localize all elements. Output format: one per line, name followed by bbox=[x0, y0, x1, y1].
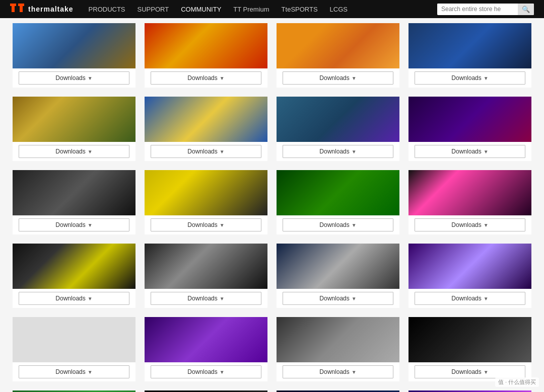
downloads-button[interactable]: Downloads ▼ bbox=[151, 145, 261, 158]
nav-link-support[interactable]: SUPPORT bbox=[138, 6, 169, 13]
wallpaper-card: Downloads ▼ bbox=[13, 317, 135, 381]
card-image bbox=[145, 97, 267, 142]
search-button[interactable]: 🔍 bbox=[518, 4, 534, 15]
downloads-button[interactable]: Downloads ▼ bbox=[283, 145, 393, 158]
dropdown-arrow: ▼ bbox=[88, 296, 93, 301]
wallpaper-card: Downloads ▼ bbox=[13, 97, 135, 161]
wallpaper-thumbnail bbox=[145, 244, 267, 289]
nav-links: PRODUCTS SUPPORT COMMUNITY TT Premium Tt… bbox=[89, 6, 437, 13]
nav-link-ttesports[interactable]: TteSPORTS bbox=[282, 6, 318, 13]
card-image bbox=[409, 97, 531, 142]
svg-rect-1 bbox=[12, 6, 15, 12]
wallpaper-card: Downloads ▼ bbox=[277, 97, 399, 161]
downloads-button[interactable]: Downloads ▼ bbox=[283, 71, 393, 85]
wallpaper-grid: Downloads ▼Downloads ▼Downloads ▼Downloa… bbox=[13, 23, 531, 392]
dropdown-arrow: ▼ bbox=[352, 222, 357, 228]
wallpaper-thumbnail bbox=[409, 244, 531, 289]
downloads-button[interactable]: Downloads ▼ bbox=[151, 71, 261, 85]
card-image bbox=[409, 23, 531, 68]
dropdown-arrow: ▼ bbox=[220, 222, 225, 228]
wallpaper-card: Downloads ▼ bbox=[277, 23, 399, 88]
wallpaper-thumbnail bbox=[277, 97, 399, 142]
wallpaper-card: Downloads ▼ bbox=[145, 23, 267, 88]
downloads-button[interactable]: Downloads ▼ bbox=[415, 145, 525, 158]
downloads-label: Downloads bbox=[55, 74, 85, 82]
dropdown-arrow: ▼ bbox=[484, 222, 489, 228]
downloads-label: Downloads bbox=[319, 368, 349, 375]
search-bar: 🔍 bbox=[437, 4, 534, 15]
card-image bbox=[145, 244, 267, 289]
downloads-label: Downloads bbox=[319, 221, 349, 228]
downloads-button[interactable]: Downloads ▼ bbox=[19, 365, 129, 378]
downloads-label: Downloads bbox=[319, 74, 349, 82]
wallpaper-thumbnail bbox=[277, 23, 399, 68]
wallpaper-thumbnail bbox=[13, 97, 135, 142]
wallpaper-card: Downloads ▼ bbox=[277, 317, 399, 381]
wallpaper-thumbnail bbox=[13, 244, 135, 289]
downloads-label: Downloads bbox=[187, 295, 217, 302]
downloads-label: Downloads bbox=[55, 148, 85, 155]
wallpaper-thumbnail bbox=[13, 317, 135, 362]
watermark: 值 · 什么值得买 bbox=[495, 377, 539, 387]
wallpaper-card: Downloads ▼ bbox=[409, 317, 531, 381]
card-image bbox=[13, 244, 135, 289]
downloads-button[interactable]: Downloads ▼ bbox=[19, 218, 129, 231]
dropdown-arrow: ▼ bbox=[352, 149, 357, 154]
dropdown-arrow: ▼ bbox=[220, 369, 225, 375]
tt-logo-icon bbox=[10, 4, 24, 15]
nav-link-community[interactable]: COMMUNITY bbox=[181, 6, 221, 13]
downloads-label: Downloads bbox=[451, 148, 481, 155]
downloads-label: Downloads bbox=[319, 148, 349, 155]
downloads-label: Downloads bbox=[187, 148, 217, 155]
downloads-button[interactable]: Downloads ▼ bbox=[19, 71, 129, 85]
downloads-label: Downloads bbox=[55, 295, 85, 302]
wallpaper-card: Downloads ▼ bbox=[409, 170, 531, 234]
downloads-button[interactable]: Downloads ▼ bbox=[283, 365, 393, 378]
nav-link-ttpremium[interactable]: TT Premium bbox=[233, 6, 269, 13]
svg-rect-0 bbox=[10, 4, 16, 6]
wallpaper-thumbnail bbox=[277, 317, 399, 362]
downloads-button[interactable]: Downloads ▼ bbox=[415, 218, 525, 231]
dropdown-arrow: ▼ bbox=[88, 75, 93, 81]
dropdown-arrow: ▼ bbox=[88, 369, 93, 375]
wallpaper-thumbnail bbox=[409, 170, 531, 215]
card-image bbox=[145, 23, 267, 68]
downloads-button[interactable]: Downloads ▼ bbox=[415, 365, 525, 378]
dropdown-arrow: ▼ bbox=[352, 75, 357, 81]
card-image bbox=[409, 170, 531, 215]
dropdown-arrow: ▼ bbox=[484, 75, 489, 81]
wallpaper-thumbnail bbox=[13, 23, 135, 68]
dropdown-arrow: ▼ bbox=[220, 75, 225, 81]
wallpaper-thumbnail bbox=[409, 97, 531, 142]
downloads-button[interactable]: Downloads ▼ bbox=[151, 218, 261, 231]
downloads-label: Downloads bbox=[187, 368, 217, 375]
downloads-button[interactable]: Downloads ▼ bbox=[19, 145, 129, 158]
wallpaper-thumbnail bbox=[145, 170, 267, 215]
card-image bbox=[13, 97, 135, 142]
navbar: thermaltake PRODUCTS SUPPORT COMMUNITY T… bbox=[0, 0, 544, 18]
card-image bbox=[277, 244, 399, 289]
dropdown-arrow: ▼ bbox=[220, 296, 225, 301]
downloads-button[interactable]: Downloads ▼ bbox=[283, 292, 393, 305]
downloads-button[interactable]: Downloads ▼ bbox=[151, 292, 261, 305]
wallpaper-card: Downloads ▼ bbox=[145, 317, 267, 381]
downloads-button[interactable]: Downloads ▼ bbox=[415, 292, 525, 305]
svg-rect-3 bbox=[20, 6, 23, 12]
downloads-label: Downloads bbox=[451, 295, 481, 302]
search-input[interactable] bbox=[437, 4, 518, 15]
wallpaper-card: Downloads ▼ bbox=[13, 170, 135, 234]
card-image bbox=[145, 317, 267, 362]
downloads-button[interactable]: Downloads ▼ bbox=[151, 365, 261, 378]
nav-link-products[interactable]: PRODUCTS bbox=[89, 6, 125, 13]
dropdown-arrow: ▼ bbox=[352, 369, 357, 375]
wallpaper-thumbnail bbox=[277, 170, 399, 215]
wallpaper-thumbnail bbox=[145, 97, 267, 142]
downloads-button[interactable]: Downloads ▼ bbox=[415, 71, 525, 85]
nav-link-lcgs[interactable]: LCGS bbox=[330, 6, 348, 13]
nav-logo[interactable]: thermaltake bbox=[10, 4, 74, 15]
dropdown-arrow: ▼ bbox=[484, 369, 489, 375]
downloads-button[interactable]: Downloads ▼ bbox=[283, 218, 393, 231]
wallpaper-card: Downloads ▼ bbox=[13, 244, 135, 308]
downloads-label: Downloads bbox=[451, 221, 481, 228]
downloads-button[interactable]: Downloads ▼ bbox=[19, 292, 129, 305]
